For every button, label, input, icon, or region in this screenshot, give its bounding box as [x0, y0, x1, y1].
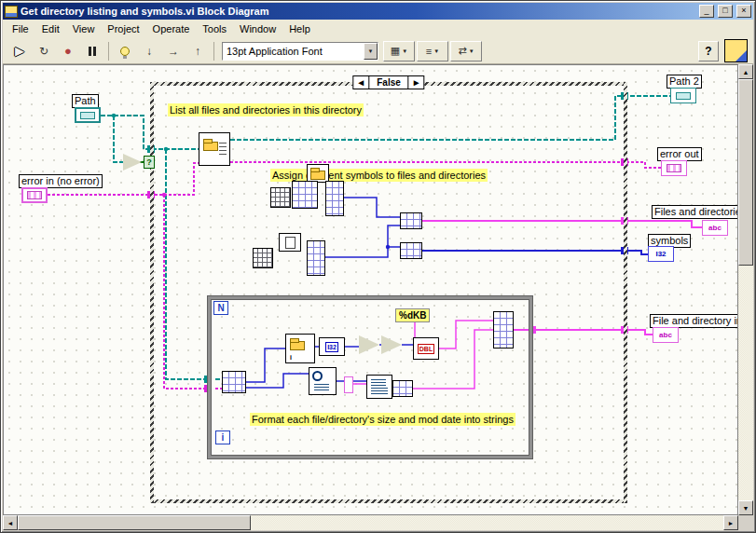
vertical-scroll-thumb[interactable] — [738, 79, 753, 266]
string-constant-node[interactable] — [344, 376, 353, 393]
case-selector[interactable]: ◄ False ► — [352, 75, 424, 89]
vi-titlebar-icon — [5, 6, 18, 18]
toolbar: ▶ ↻ ● ↓ → ↑ 13pt Application Font ▼ ▦ ▼ … — [3, 38, 753, 64]
run-button[interactable]: ▶ — [8, 40, 31, 62]
files-directories-terminal[interactable]: abc — [702, 220, 728, 236]
step-into-icon: ↓ — [146, 45, 152, 58]
symbol-table-node[interactable] — [253, 248, 273, 268]
abort-button[interactable]: ● — [57, 40, 79, 62]
format-string-constant[interactable]: %dKB — [395, 308, 430, 322]
close-button[interactable]: × — [736, 5, 751, 18]
main-area: ◄ False ► ? N i List all files and direc… — [3, 64, 753, 515]
info-icon: i — [290, 353, 292, 362]
file-info-label[interactable]: File and directory info — [650, 314, 738, 328]
scroll-left-button[interactable]: ◄ — [3, 515, 18, 530]
horizontal-scrollbar[interactable]: ◄ ► — [3, 515, 738, 530]
path-control-terminal[interactable] — [75, 107, 101, 123]
files-directories-label[interactable]: Files and directories — [652, 205, 738, 219]
list-folder-node[interactable] — [199, 132, 230, 166]
path2-label[interactable]: Path 2 — [667, 75, 702, 89]
vertical-scrollbar[interactable]: ▲ ▼ — [738, 64, 753, 515]
menu-operate[interactable]: Operate — [146, 20, 197, 37]
case-next-arrow-icon[interactable]: ► — [409, 76, 424, 89]
loop-count-terminal[interactable]: N — [213, 301, 228, 315]
vi-icon-pane[interactable] — [724, 39, 748, 62]
date-time-node[interactable] — [309, 367, 337, 395]
symbols-terminal[interactable]: I32 — [648, 246, 674, 262]
file-info-node[interactable]: i — [285, 334, 315, 363]
menu-edit[interactable]: Edit — [35, 20, 66, 37]
comment-list-all[interactable]: List all files and directories in this d… — [168, 103, 364, 116]
file-constant-node[interactable] — [279, 233, 301, 252]
error-out-label[interactable]: error out — [657, 147, 702, 161]
maximize-button[interactable]: □ — [718, 5, 733, 18]
context-help-button[interactable]: ? — [698, 41, 719, 62]
to-int32-node[interactable]: I32 — [319, 337, 345, 356]
minimize-button[interactable]: _ — [699, 5, 714, 18]
block-diagram-canvas[interactable]: ◄ False ► ? N i List all files and direc… — [3, 64, 738, 515]
case-border-bottom[interactable] — [150, 499, 627, 503]
toolbar-separator — [108, 42, 109, 61]
clock-icon — [312, 371, 323, 381]
reorder-objects-dropdown[interactable]: ⇄ ▼ — [450, 41, 482, 62]
run-icon: ▶ — [15, 44, 24, 58]
step-over-icon: → — [168, 45, 179, 58]
step-out-button[interactable]: ↑ — [186, 40, 209, 62]
loop-iteration-terminal[interactable]: i — [215, 430, 230, 444]
build-array-node[interactable] — [400, 242, 422, 259]
vertical-scroll-track[interactable] — [738, 266, 753, 500]
scroll-down-button[interactable]: ▼ — [738, 500, 753, 515]
file-info-terminal[interactable]: abc — [653, 327, 679, 343]
title-bar: Get directory listing and symbols.vi Blo… — [3, 3, 753, 20]
step-into-button[interactable]: ↓ — [138, 40, 160, 62]
distribute-objects-dropdown[interactable]: ≡ ▼ — [417, 41, 448, 62]
font-selector-dropdown[interactable]: 13pt Application Font ▼ — [222, 42, 378, 61]
step-over-button[interactable]: → — [162, 40, 185, 62]
chevron-down-icon[interactable]: ▼ — [364, 43, 378, 60]
scroll-up-button[interactable]: ▲ — [738, 64, 753, 79]
build-array-node[interactable] — [493, 311, 514, 348]
build-array-node[interactable] — [400, 212, 422, 229]
case-border-left[interactable] — [150, 82, 154, 503]
menu-window[interactable]: Window — [233, 20, 282, 37]
menu-tools[interactable]: Tools — [196, 20, 233, 37]
comment-format-each[interactable]: Format each file/directory's size and mo… — [250, 413, 515, 426]
horizontal-scroll-thumb[interactable] — [18, 515, 251, 530]
pause-button[interactable] — [81, 40, 103, 62]
path-icon — [80, 112, 95, 119]
build-array-node[interactable] — [325, 181, 344, 216]
menu-view[interactable]: View — [66, 20, 102, 37]
concatenate-strings-node[interactable] — [392, 380, 413, 397]
align-objects-dropdown[interactable]: ▦ ▼ — [383, 41, 415, 62]
case-selector-terminal[interactable]: ? — [144, 156, 155, 169]
case-border-right[interactable] — [624, 82, 627, 503]
build-array-node[interactable] — [307, 240, 325, 276]
symbol-table-node[interactable] — [270, 187, 291, 208]
index-array-node[interactable] — [222, 371, 246, 393]
horizontal-scrollbar-row: ◄ ► — [3, 515, 753, 530]
highlight-execution-button[interactable] — [114, 40, 136, 62]
error-in-label[interactable]: error in (no error) — [19, 174, 103, 188]
number-to-string-node[interactable]: DBL — [413, 337, 439, 360]
error-cluster-icon — [27, 191, 42, 199]
menu-file[interactable]: File — [6, 20, 35, 37]
menu-help[interactable]: Help — [282, 20, 317, 37]
format-lines-icon — [371, 388, 388, 395]
error-out-terminal[interactable] — [661, 160, 687, 176]
format-date-time-node[interactable] — [366, 375, 392, 399]
scroll-right-button[interactable]: ► — [723, 515, 738, 530]
int32-array-icon: I32 — [655, 250, 666, 258]
path-label[interactable]: Path — [72, 94, 99, 108]
error-in-terminal[interactable] — [21, 187, 48, 203]
index-array-node[interactable] — [292, 181, 318, 209]
path2-indicator-terminal[interactable] — [670, 88, 696, 103]
folder-constant-node[interactable] — [307, 164, 329, 183]
menu-project[interactable]: Project — [101, 20, 145, 37]
wire-path-to-check-node[interactable] — [114, 116, 123, 162]
horizontal-scroll-track[interactable] — [251, 515, 723, 530]
not-a-path-node[interactable] — [123, 154, 142, 171]
run-continuously-button[interactable]: ↻ — [33, 40, 55, 62]
case-prev-arrow-icon[interactable]: ◄ — [353, 76, 368, 89]
comment-assign-symbols[interactable]: Assign different symbols to files and di… — [270, 169, 488, 182]
case-selector-label[interactable]: False — [368, 76, 409, 89]
